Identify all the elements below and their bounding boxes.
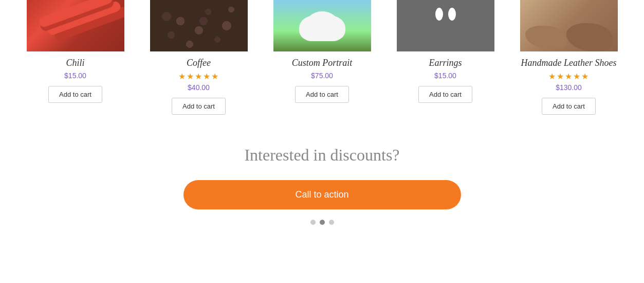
product-card-shoes: Handmade Leather Shoes ★★★★★ $130.00 Add…	[507, 0, 631, 125]
pagination-dots	[10, 220, 634, 225]
product-price-shoes: $130.00	[556, 83, 582, 92]
pagination-dot-1[interactable]	[310, 220, 316, 225]
product-price-earrings: $15.00	[434, 72, 456, 80]
discount-heading: Interested in discounts?	[10, 146, 634, 165]
add-to-cart-custom-portrait[interactable]: Add to cart	[295, 86, 349, 103]
products-section: Chili $15.00 Add to cart Coffee ★★★★★ $4…	[0, 0, 644, 125]
cta-button[interactable]: Call to action	[183, 180, 461, 209]
product-image-custom-portrait	[273, 0, 371, 51]
add-to-cart-shoes[interactable]: Add to cart	[542, 98, 596, 115]
pagination-dot-2[interactable]	[320, 220, 325, 225]
add-to-cart-chili[interactable]: Add to cart	[48, 86, 102, 103]
product-name-shoes: Handmade Leather Shoes	[521, 58, 617, 68]
product-card-earrings: Earrings $15.00 Add to cart	[384, 0, 507, 125]
product-image-earrings	[397, 0, 494, 51]
pagination-dot-3[interactable]	[329, 220, 334, 225]
product-price-chili: $15.00	[64, 72, 86, 80]
page-wrapper: Chili $15.00 Add to cart Coffee ★★★★★ $4…	[0, 0, 644, 240]
product-stars-coffee: ★★★★★	[178, 72, 219, 81]
product-name-coffee: Coffee	[187, 58, 211, 68]
product-card-chili: Chili $15.00 Add to cart	[14, 0, 137, 125]
product-name-chili: Chili	[66, 58, 84, 68]
product-stars-shoes: ★★★★★	[548, 72, 590, 81]
product-image-shoes	[520, 0, 618, 51]
product-image-chili	[27, 0, 124, 51]
add-to-cart-earrings[interactable]: Add to cart	[418, 86, 472, 103]
product-image-coffee	[150, 0, 248, 51]
product-name-earrings: Earrings	[429, 58, 462, 68]
add-to-cart-coffee[interactable]: Add to cart	[172, 98, 226, 115]
product-price-custom-portrait: $75.00	[311, 72, 333, 80]
product-price-coffee: $40.00	[188, 83, 210, 92]
product-card-custom-portrait: Custom Portrait $75.00 Add to cart	[261, 0, 384, 125]
discount-section: Interested in discounts? Call to action	[0, 125, 644, 240]
product-card-coffee: Coffee ★★★★★ $40.00 Add to cart	[137, 0, 261, 125]
product-name-custom-portrait: Custom Portrait	[292, 58, 353, 68]
